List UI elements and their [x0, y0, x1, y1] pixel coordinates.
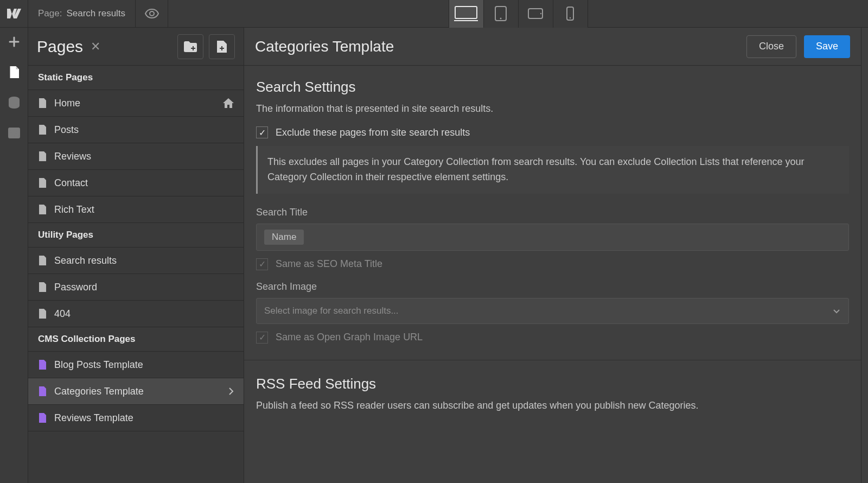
svg-point-10: [11, 130, 13, 132]
cms-button[interactable]: [7, 95, 22, 110]
device-mobile[interactable]: [553, 0, 588, 28]
page-item-label: Home: [54, 98, 80, 109]
page-item-label: 404: [54, 308, 71, 320]
page-item-label: Blog Posts Template: [54, 359, 143, 371]
home-icon: [223, 98, 234, 108]
page-icon: [38, 125, 47, 135]
close-button[interactable]: Close: [746, 35, 796, 58]
pages-panel: Pages ✕ Static Pages Home Posts Reviews: [28, 28, 244, 483]
svg-point-3: [500, 18, 502, 20]
settings-header: Categories Template Close Save: [244, 28, 861, 66]
page-item-label: Rich Text: [54, 204, 94, 215]
rss-description: Publish a feed so RSS reader users can s…: [256, 400, 849, 411]
preview-button[interactable]: [136, 0, 168, 28]
same-seo-row[interactable]: Same as SEO Meta Title: [256, 258, 849, 270]
new-page-button[interactable]: [209, 34, 235, 59]
page-item-label: Posts: [54, 124, 79, 136]
svg-point-5: [540, 13, 541, 14]
svg-rect-1: [455, 7, 477, 18]
page-item-blog-posts-template[interactable]: Blog Posts Template: [28, 352, 244, 378]
exclude-info-callout: This excludes all pages in your Category…: [256, 146, 849, 194]
search-image-label: Search Image: [256, 281, 849, 293]
section-cms-pages: CMS Collection Pages: [28, 327, 244, 352]
pages-button[interactable]: [7, 65, 22, 80]
settings-title: Categories Template: [255, 38, 394, 55]
chevron-right-icon: [228, 387, 234, 395]
device-desktop[interactable]: [449, 0, 484, 28]
search-title-input[interactable]: Name: [256, 224, 849, 251]
page-item-label: Reviews Template: [54, 412, 133, 424]
rss-settings-section: RSS Feed Settings Publish a feed so RSS …: [256, 376, 849, 411]
page-item-reviews-template[interactable]: Reviews Template: [28, 405, 244, 431]
assets-button[interactable]: [7, 125, 22, 141]
close-panel-button[interactable]: ✕: [91, 40, 100, 54]
cms-page-icon: [38, 360, 47, 370]
search-title-chip: Name: [264, 230, 304, 245]
page-icon: [38, 282, 47, 292]
page-item-label: Reviews: [54, 151, 91, 162]
search-settings-description: The information that is presented in sit…: [256, 103, 849, 115]
same-og-checkbox[interactable]: [256, 332, 268, 344]
device-tablet-landscape[interactable]: [519, 0, 553, 28]
page-item-reviews[interactable]: Reviews: [28, 143, 244, 170]
scrollbar-track[interactable]: [861, 28, 868, 483]
pages-panel-title: Pages: [37, 37, 83, 56]
page-key: Page:: [38, 8, 62, 19]
left-rail: [0, 28, 28, 483]
search-image-placeholder: Select image for search results...: [264, 306, 399, 316]
top-bar: Page: Search results: [0, 0, 868, 28]
section-utility-pages: Utility Pages: [28, 223, 244, 247]
page-icon: [38, 98, 47, 108]
page-item-home[interactable]: Home: [28, 90, 244, 117]
page-value: Search results: [66, 8, 125, 19]
save-button[interactable]: Save: [804, 35, 850, 58]
page-item-search-results[interactable]: Search results: [28, 247, 244, 274]
exclude-pages-checkbox[interactable]: [256, 126, 268, 138]
cms-page-icon: [38, 413, 47, 423]
page-item-password[interactable]: Password: [28, 274, 244, 301]
page-breadcrumb[interactable]: Page: Search results: [28, 0, 136, 28]
same-og-label: Same as Open Graph Image URL: [276, 332, 423, 343]
page-item-contact[interactable]: Contact: [28, 170, 244, 196]
page-icon: [38, 309, 47, 319]
device-tablet-portrait[interactable]: [484, 0, 519, 28]
device-switcher: [449, 0, 588, 28]
page-icon: [38, 256, 47, 265]
rss-heading: RSS Feed Settings: [256, 376, 849, 392]
page-item-404[interactable]: 404: [28, 301, 244, 327]
add-element-button[interactable]: [7, 34, 22, 49]
same-og-row[interactable]: Same as Open Graph Image URL: [256, 332, 849, 344]
page-item-categories-template[interactable]: Categories Template: [28, 378, 244, 405]
page-item-posts[interactable]: Posts: [28, 117, 244, 143]
svg-point-0: [150, 11, 154, 16]
chevron-down-icon: [833, 306, 840, 316]
page-icon: [38, 178, 47, 188]
cms-page-icon: [38, 386, 47, 396]
search-image-select[interactable]: Select image for search results...: [256, 298, 849, 324]
exclude-pages-row[interactable]: Exclude these pages from site search res…: [256, 126, 849, 138]
search-settings-heading: Search Settings: [256, 79, 849, 96]
same-seo-label: Same as SEO Meta Title: [276, 258, 382, 270]
webflow-logo[interactable]: [0, 0, 28, 28]
exclude-pages-label: Exclude these pages from site search res…: [276, 127, 470, 138]
page-item-label: Search results: [54, 255, 117, 266]
search-title-label: Search Title: [256, 207, 849, 218]
page-item-label: Categories Template: [54, 386, 144, 397]
page-icon: [38, 205, 47, 214]
page-item-label: Contact: [54, 177, 88, 189]
new-folder-button[interactable]: [177, 34, 203, 59]
page-item-rich-text[interactable]: Rich Text: [28, 196, 244, 223]
search-settings-section: Search Settings The information that is …: [256, 79, 849, 344]
page-settings-panel: Categories Template Close Save Search Se…: [244, 28, 861, 483]
svg-point-7: [570, 17, 571, 18]
page-icon: [38, 151, 47, 161]
same-seo-checkbox[interactable]: [256, 258, 268, 270]
section-static-pages: Static Pages: [28, 66, 244, 90]
pages-panel-header: Pages ✕: [28, 28, 244, 66]
page-item-label: Password: [54, 282, 97, 293]
